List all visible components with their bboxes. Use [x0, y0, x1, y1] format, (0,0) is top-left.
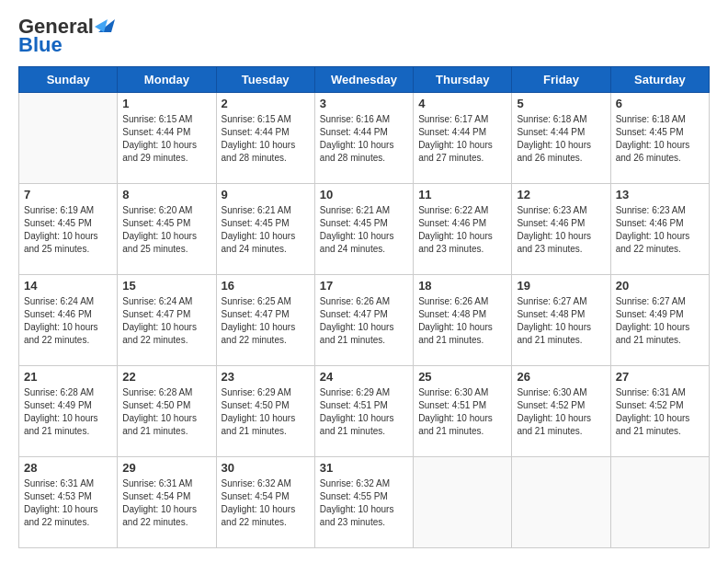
- calendar-table: SundayMondayTuesdayWednesdayThursdayFrid…: [18, 66, 710, 548]
- calendar-cell: 22Sunrise: 6:28 AMSunset: 4:50 PMDayligh…: [118, 366, 216, 457]
- day-number: 31: [320, 461, 408, 475]
- calendar-cell: 23Sunrise: 6:29 AMSunset: 4:50 PMDayligh…: [216, 366, 314, 457]
- day-number: 1: [122, 97, 210, 110]
- day-number: 28: [24, 461, 112, 475]
- day-info: Sunrise: 6:27 AMSunset: 4:49 PMDaylight:…: [616, 295, 704, 347]
- calendar-cell: [414, 457, 512, 548]
- day-number: 15: [122, 279, 210, 293]
- calendar-cell: 2Sunrise: 6:15 AMSunset: 4:44 PMDaylight…: [216, 93, 314, 184]
- day-number: 11: [418, 188, 506, 201]
- calendar-cell: 11Sunrise: 6:22 AMSunset: 4:46 PMDayligh…: [414, 184, 512, 275]
- day-info: Sunrise: 6:27 AMSunset: 4:48 PMDaylight:…: [517, 295, 605, 347]
- weekday-header-friday: Friday: [512, 67, 610, 93]
- day-info: Sunrise: 6:28 AMSunset: 4:50 PMDaylight:…: [122, 386, 210, 438]
- day-info: Sunrise: 6:25 AMSunset: 4:47 PMDaylight:…: [222, 295, 310, 347]
- calendar-week-1: 1Sunrise: 6:15 AMSunset: 4:44 PMDaylight…: [19, 93, 710, 184]
- day-number: 25: [418, 370, 506, 384]
- day-number: 23: [222, 370, 310, 384]
- calendar-week-5: 28Sunrise: 6:31 AMSunset: 4:53 PMDayligh…: [19, 457, 710, 548]
- day-number: 12: [517, 188, 605, 201]
- calendar-body: 1Sunrise: 6:15 AMSunset: 4:44 PMDaylight…: [19, 93, 710, 548]
- calendar-cell: 8Sunrise: 6:20 AMSunset: 4:45 PMDaylight…: [118, 184, 216, 275]
- weekday-header-thursday: Thursday: [414, 67, 512, 93]
- calendar-page: General Blue SundayMondayTuesdayWednesda…: [0, 0, 728, 563]
- day-info: Sunrise: 6:18 AMSunset: 4:45 PMDaylight:…: [616, 113, 704, 165]
- day-number: 14: [24, 279, 112, 293]
- calendar-cell: 4Sunrise: 6:17 AMSunset: 4:44 PMDaylight…: [414, 93, 512, 184]
- calendar-cell: 7Sunrise: 6:19 AMSunset: 4:45 PMDaylight…: [19, 184, 118, 275]
- calendar-cell: 10Sunrise: 6:21 AMSunset: 4:45 PMDayligh…: [314, 184, 413, 275]
- day-number: 4: [418, 97, 506, 110]
- calendar-cell: 20Sunrise: 6:27 AMSunset: 4:49 PMDayligh…: [610, 275, 709, 366]
- day-number: 3: [320, 97, 408, 110]
- calendar-cell: 5Sunrise: 6:18 AMSunset: 4:44 PMDaylight…: [512, 93, 610, 184]
- calendar-week-3: 14Sunrise: 6:24 AMSunset: 4:46 PMDayligh…: [19, 275, 710, 366]
- day-info: Sunrise: 6:26 AMSunset: 4:47 PMDaylight:…: [320, 295, 408, 347]
- day-number: 27: [616, 370, 704, 384]
- day-number: 24: [320, 370, 408, 384]
- calendar-cell: [512, 457, 610, 548]
- calendar-cell: 13Sunrise: 6:23 AMSunset: 4:46 PMDayligh…: [610, 184, 709, 275]
- day-info: Sunrise: 6:18 AMSunset: 4:44 PMDaylight:…: [517, 113, 605, 165]
- calendar-cell: 31Sunrise: 6:32 AMSunset: 4:55 PMDayligh…: [314, 457, 413, 548]
- day-info: Sunrise: 6:30 AMSunset: 4:51 PMDaylight:…: [418, 386, 506, 438]
- day-number: 16: [222, 279, 310, 293]
- weekday-header-sunday: Sunday: [19, 67, 118, 93]
- calendar-cell: [610, 457, 709, 548]
- day-info: Sunrise: 6:31 AMSunset: 4:54 PMDaylight:…: [122, 477, 210, 529]
- calendar-cell: 9Sunrise: 6:21 AMSunset: 4:45 PMDaylight…: [216, 184, 314, 275]
- day-info: Sunrise: 6:28 AMSunset: 4:49 PMDaylight:…: [24, 386, 112, 438]
- logo: General Blue: [18, 15, 115, 57]
- calendar-cell: 21Sunrise: 6:28 AMSunset: 4:49 PMDayligh…: [19, 366, 118, 457]
- calendar-cell: 24Sunrise: 6:29 AMSunset: 4:51 PMDayligh…: [314, 366, 413, 457]
- day-info: Sunrise: 6:30 AMSunset: 4:52 PMDaylight:…: [517, 386, 605, 438]
- calendar-cell: 18Sunrise: 6:26 AMSunset: 4:48 PMDayligh…: [414, 275, 512, 366]
- calendar-cell: 26Sunrise: 6:30 AMSunset: 4:52 PMDayligh…: [512, 366, 610, 457]
- day-number: 8: [122, 188, 210, 201]
- weekday-header-monday: Monday: [118, 67, 216, 93]
- day-number: 9: [222, 188, 310, 201]
- day-number: 22: [122, 370, 210, 384]
- weekday-header-wednesday: Wednesday: [314, 67, 413, 93]
- day-info: Sunrise: 6:31 AMSunset: 4:52 PMDaylight:…: [616, 386, 704, 438]
- day-info: Sunrise: 6:21 AMSunset: 4:45 PMDaylight:…: [320, 204, 408, 256]
- calendar-cell: 28Sunrise: 6:31 AMSunset: 4:53 PMDayligh…: [19, 457, 118, 548]
- day-info: Sunrise: 6:15 AMSunset: 4:44 PMDaylight:…: [122, 113, 210, 165]
- day-info: Sunrise: 6:21 AMSunset: 4:45 PMDaylight:…: [222, 204, 310, 256]
- logo-blue: Blue: [18, 33, 63, 57]
- calendar-cell: 15Sunrise: 6:24 AMSunset: 4:47 PMDayligh…: [118, 275, 216, 366]
- day-info: Sunrise: 6:31 AMSunset: 4:53 PMDaylight:…: [24, 477, 112, 529]
- day-number: 5: [517, 97, 605, 110]
- day-info: Sunrise: 6:29 AMSunset: 4:50 PMDaylight:…: [222, 386, 310, 438]
- calendar-cell: 17Sunrise: 6:26 AMSunset: 4:47 PMDayligh…: [314, 275, 413, 366]
- day-number: 19: [517, 279, 605, 293]
- day-info: Sunrise: 6:32 AMSunset: 4:54 PMDaylight:…: [222, 477, 310, 529]
- calendar-cell: 14Sunrise: 6:24 AMSunset: 4:46 PMDayligh…: [19, 275, 118, 366]
- day-number: 7: [24, 188, 112, 201]
- day-info: Sunrise: 6:23 AMSunset: 4:46 PMDaylight:…: [616, 204, 704, 256]
- day-info: Sunrise: 6:26 AMSunset: 4:48 PMDaylight:…: [418, 295, 506, 347]
- header: General Blue: [18, 15, 710, 57]
- logo-icon: [95, 17, 115, 32]
- day-number: 10: [320, 188, 408, 201]
- day-number: 29: [122, 461, 210, 475]
- day-info: Sunrise: 6:29 AMSunset: 4:51 PMDaylight:…: [320, 386, 408, 438]
- day-info: Sunrise: 6:22 AMSunset: 4:46 PMDaylight:…: [418, 204, 506, 256]
- weekday-header-saturday: Saturday: [610, 67, 709, 93]
- calendar-cell: [19, 93, 118, 184]
- day-number: 26: [517, 370, 605, 384]
- calendar-cell: 3Sunrise: 6:16 AMSunset: 4:44 PMDaylight…: [314, 93, 413, 184]
- calendar-cell: 30Sunrise: 6:32 AMSunset: 4:54 PMDayligh…: [216, 457, 314, 548]
- day-info: Sunrise: 6:32 AMSunset: 4:55 PMDaylight:…: [320, 477, 408, 529]
- day-info: Sunrise: 6:19 AMSunset: 4:45 PMDaylight:…: [24, 204, 112, 256]
- day-info: Sunrise: 6:24 AMSunset: 4:46 PMDaylight:…: [24, 295, 112, 347]
- calendar-cell: 25Sunrise: 6:30 AMSunset: 4:51 PMDayligh…: [414, 366, 512, 457]
- calendar-header-row: SundayMondayTuesdayWednesdayThursdayFrid…: [19, 67, 710, 93]
- calendar-week-4: 21Sunrise: 6:28 AMSunset: 4:49 PMDayligh…: [19, 366, 710, 457]
- day-number: 30: [222, 461, 310, 475]
- day-info: Sunrise: 6:15 AMSunset: 4:44 PMDaylight:…: [222, 113, 310, 165]
- day-number: 20: [616, 279, 704, 293]
- calendar-cell: 19Sunrise: 6:27 AMSunset: 4:48 PMDayligh…: [512, 275, 610, 366]
- day-info: Sunrise: 6:24 AMSunset: 4:47 PMDaylight:…: [122, 295, 210, 347]
- day-info: Sunrise: 6:16 AMSunset: 4:44 PMDaylight:…: [320, 113, 408, 165]
